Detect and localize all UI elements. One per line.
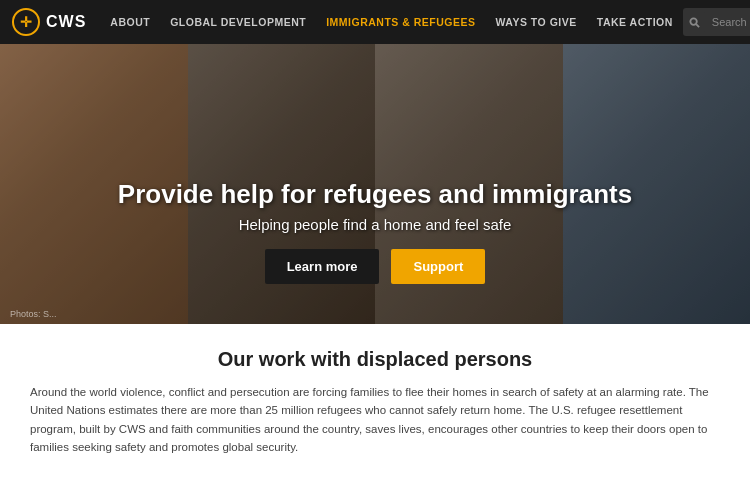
section-title: Our work with displaced persons — [30, 348, 720, 371]
search-input[interactable] — [704, 12, 750, 32]
logo-text: CWS — [46, 13, 86, 31]
nav-ways-to-give[interactable]: WAYS TO GIVE — [486, 0, 587, 44]
logo-cross-icon: ✛ — [20, 15, 32, 29]
support-button[interactable]: Support — [391, 249, 485, 284]
hero-title: Provide help for refugees and immigrants — [20, 179, 730, 210]
navbar: ✛ CWS ABOUT GLOBAL DEVELOPMENT IMMIGRANT… — [0, 0, 750, 44]
hero-section: Provide help for refugees and immigrants… — [0, 44, 750, 324]
nav-global-development[interactable]: GLOBAL DEVELOPMENT — [160, 0, 316, 44]
nav-links: ABOUT GLOBAL DEVELOPMENT IMMIGRANTS & RE… — [100, 0, 683, 44]
logo[interactable]: ✛ CWS — [12, 8, 86, 36]
hero-buttons: Learn more Support — [20, 249, 730, 284]
hero-content: Provide help for refugees and immigrants… — [0, 179, 750, 284]
nav-take-action[interactable]: TAKE ACTION — [587, 0, 683, 44]
nav-about[interactable]: ABOUT — [100, 0, 160, 44]
search-box[interactable] — [683, 8, 750, 36]
hero-subtitle: Helping people find a home and feel safe — [20, 216, 730, 233]
learn-more-button[interactable]: Learn more — [265, 249, 380, 284]
nav-immigrants-refugees[interactable]: IMMIGRANTS & REFUGEES — [316, 0, 485, 44]
search-icon — [689, 17, 700, 28]
svg-point-0 — [690, 18, 696, 24]
photo-credit: Photos: S... — [10, 309, 57, 319]
logo-circle: ✛ — [12, 8, 40, 36]
section-body: Around the world violence, conflict and … — [30, 383, 720, 457]
main-content: Our work with displaced persons Around t… — [0, 324, 750, 500]
svg-line-1 — [696, 24, 699, 27]
